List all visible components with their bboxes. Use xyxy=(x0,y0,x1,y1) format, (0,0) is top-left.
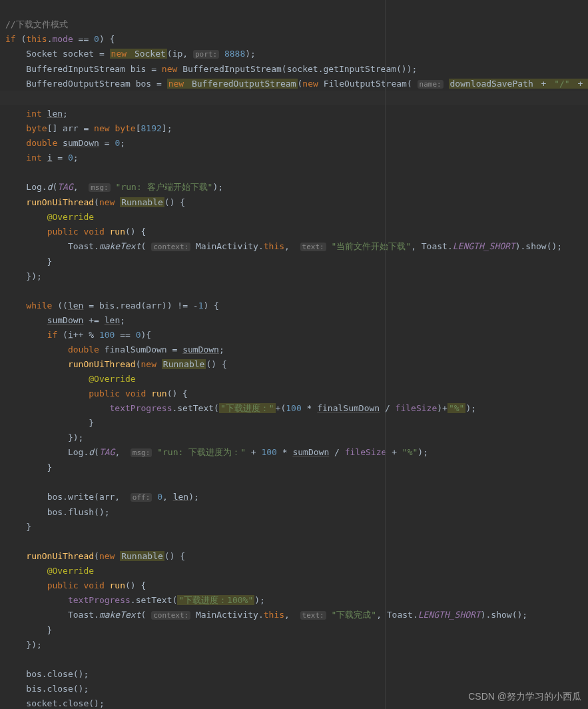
margin-guide xyxy=(385,0,386,709)
keyword-if: if xyxy=(5,34,16,44)
code-editor[interactable]: //下载文件模式 if (this.mode == 0) { Socket so… xyxy=(0,0,588,709)
watermark: CSDN @努力学习的小西瓜 xyxy=(468,689,581,704)
param-hint: port: xyxy=(193,50,219,59)
comment: //下载文件模式 xyxy=(5,19,68,29)
